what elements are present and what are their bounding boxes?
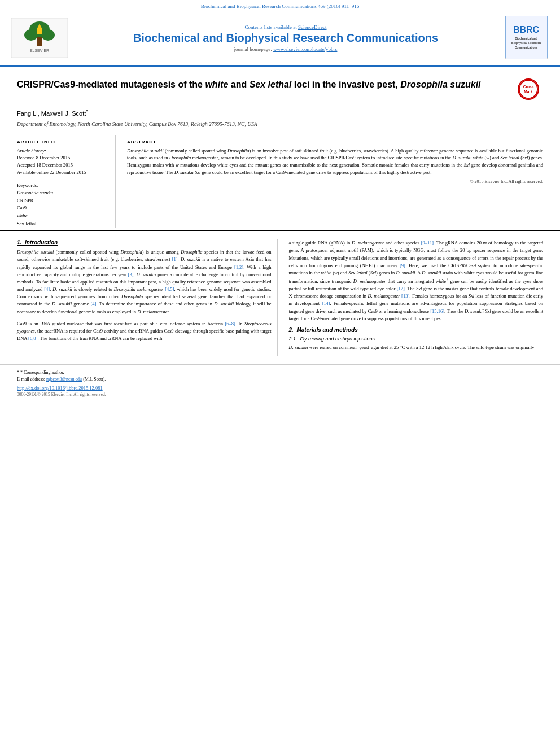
- abstract-header: ABSTRACT: [127, 139, 543, 145]
- abstract-ds-italic: Drosophila suzukii: [127, 148, 164, 154]
- body-para1: Drosophila suzukii (commonly called spot…: [17, 248, 272, 316]
- svg-text:BBRC: BBRC: [513, 25, 539, 34]
- email-label: E-mail address:: [17, 377, 45, 382]
- keywords-block: Keywords: Drosophila suzukii CRISPR Cas9…: [17, 182, 108, 228]
- svg-point-3: [41, 29, 55, 41]
- svg-text:ELSEVIER: ELSEVIER: [30, 49, 49, 53]
- svg-text:Biochemical and: Biochemical and: [515, 37, 537, 40]
- title-prefix: CRISPR/Cas9-mediated mutagenesis of the: [17, 80, 205, 89]
- doi-link[interactable]: http://dx.doi.org/10.1016/j.bbrc.2015.12…: [17, 385, 543, 391]
- article-info-header: ARTICLE INFO: [17, 139, 108, 145]
- abstract-d-italic: Drosophila: [228, 148, 249, 154]
- corresponding-label: * Corresponding author.: [20, 370, 64, 375]
- bbrc-logo-container: BBRC Biochemical and Biophysical Researc…: [504, 17, 549, 59]
- title-drosophila: Drosophila suzukii: [400, 80, 480, 89]
- body-para3: D. suzukii were reared on cornmeal–yeast…: [289, 344, 544, 351]
- abstract-copyright: © 2015 Elsevier Inc. All rights reserved…: [127, 179, 543, 184]
- article-title-section: CRISPR/Cas9-mediated mutagenesis of the …: [0, 67, 560, 106]
- section2-title: 2. Materials and methods: [289, 327, 544, 333]
- svg-rect-5: [37, 28, 42, 34]
- keyword-4: white: [17, 212, 108, 220]
- journal-citation: Biochemical and Biophysical Research Com…: [201, 3, 359, 9]
- title-loci: loci in the invasive pest,: [291, 80, 400, 89]
- title-sex-lethal: Sex lethal: [250, 80, 292, 89]
- sciencedirect-text: Contents lists available at ScienceDirec…: [73, 24, 498, 30]
- footer-copyright: 0006-291X/© 2015 Elsevier Inc. All right…: [17, 392, 543, 397]
- abstract-text: Drosophila suzukii (commonly called spot…: [127, 147, 543, 176]
- authors-section: Fang Li, Maxwell J. Scott*: [0, 106, 560, 120]
- journal-header: ELSEVIER Contents lists available at Sci…: [0, 11, 560, 66]
- homepage-link[interactable]: www.elsevier.com/locate/ybbrc: [273, 46, 337, 52]
- abstract-col: ABSTRACT Drosophila suzukii (commonly ca…: [127, 135, 543, 228]
- author-names: Fang Li, Maxwell J. Scott*: [17, 110, 88, 117]
- article-info-col: ARTICLE INFO Article history: Received 8…: [17, 135, 116, 228]
- available-date: Available online 22 December 2015: [17, 169, 108, 176]
- svg-rect-4: [37, 37, 42, 46]
- keyword-2: CRISPR: [17, 197, 108, 205]
- bbrc-logo: BBRC Biochemical and Biophysical Researc…: [505, 17, 548, 59]
- keyword-5: Sex-lethal: [17, 220, 108, 228]
- journal-header-center: Contents lists available at ScienceDirec…: [73, 24, 498, 52]
- keywords-label: Keywords:: [17, 182, 108, 190]
- email-note: E-mail address: mjscott3@ncsu.edu (M.J. …: [17, 376, 543, 383]
- keyword-1: Drosophila suzukii: [17, 189, 108, 197]
- svg-text:Mark: Mark: [524, 90, 533, 94]
- section2-subtitle: 2.1. Fly rearing and embryo injections: [289, 336, 544, 342]
- received-date: Received 8 December 2015: [17, 154, 108, 161]
- body-para2: Cas9 is an RNA-guided nuclease that was …: [17, 320, 272, 343]
- body-right-para1: a single guide RNA (gRNA) in D. melanoga…: [289, 239, 544, 322]
- svg-text:Cross: Cross: [523, 85, 534, 89]
- doi-text: http://dx.doi.org/10.1016/j.bbrc.2015.12…: [17, 385, 103, 391]
- journal-title: Biochemical and Biophysical Research Com…: [73, 31, 498, 45]
- article-history: Article history: Received 8 December 201…: [17, 147, 108, 176]
- section1-title: 1. Introduction: [17, 239, 272, 246]
- svg-point-2: [24, 29, 38, 41]
- main-body: 1. Introduction Drosophila suzukii (comm…: [0, 230, 560, 361]
- footnote-section: * * Corresponding author. E-mail address…: [0, 364, 560, 401]
- email-person: (M.J. Scott).: [83, 377, 106, 382]
- body-left-column: 1. Introduction Drosophila suzukii (comm…: [17, 239, 278, 356]
- svg-text:Communications: Communications: [514, 46, 537, 49]
- journal-homepage: journal homepage: www.elsevier.com/locat…: [73, 46, 498, 52]
- email-link[interactable]: mjscott3@ncsu.edu: [46, 377, 82, 382]
- title-white: white: [205, 80, 228, 89]
- elsevier-header-logo: ELSEVIER: [11, 18, 68, 59]
- title-and: and: [228, 80, 249, 89]
- affiliation: Department of Entomology, North Carolina…: [0, 120, 560, 132]
- info-abstract-section: ARTICLE INFO Article history: Received 8…: [0, 132, 560, 231]
- svg-text:Biophysical Research: Biophysical Research: [511, 41, 541, 45]
- sciencedirect-link[interactable]: ScienceDirect: [298, 24, 326, 30]
- journal-bar: Biochemical and Biophysical Research Com…: [0, 0, 560, 11]
- accepted-date: Accepted 18 December 2015: [17, 161, 108, 169]
- crossmark-icon[interactable]: Cross Mark: [518, 78, 539, 100]
- corresponding-note: * * Corresponding author.: [17, 369, 543, 376]
- article-title: CRISPR/Cas9-mediated mutagenesis of the …: [17, 78, 509, 91]
- keyword-3: Cas9: [17, 204, 108, 212]
- body-right-column: a single guide RNA (gRNA) in D. melanoga…: [289, 239, 544, 356]
- crossmark-container: Cross Mark: [518, 78, 543, 100]
- history-label: Article history:: [17, 147, 108, 155]
